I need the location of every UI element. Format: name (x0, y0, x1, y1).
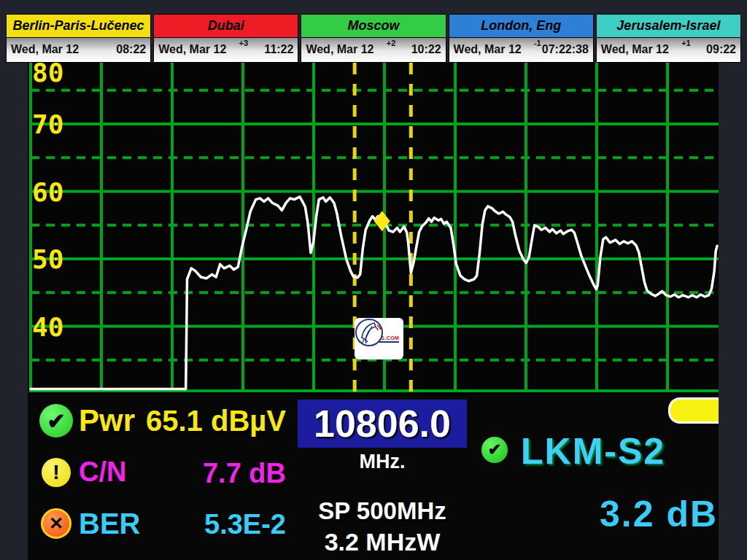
clock-datetime: Wed, Mar 12 +1 09:22 (597, 38, 740, 62)
svg-text:40: 40 (32, 312, 63, 342)
clock-utc-offset: -1 (534, 39, 541, 47)
clock-date: Wed, Mar 12 (11, 43, 79, 56)
clock-panel-dubai: Dubai Wed, Mar 12 +3 11:22 (153, 14, 298, 63)
yellow-pill-button[interactable] (668, 397, 719, 424)
ber-fail-circle-icon: ✕ (41, 508, 71, 539)
clock-panel-moscow: Moscow Wed, Mar 12 +2 10:22 (301, 14, 446, 63)
readout-panel: ✔ Pwr 65.1 dBµV ! C/N 7.7 dB ✕ BER 5.3E-… (28, 395, 719, 560)
clock-time: 11:22 (264, 43, 293, 56)
svg-text:80: 80 (32, 63, 63, 88)
standard-readout: LKM-S2 (521, 430, 665, 472)
clock-city: Moscow (301, 15, 445, 38)
clock-datetime: Wed, Mar 12 -1 07:22:38 (449, 38, 593, 62)
clock-time: 07:22:38 (542, 43, 589, 56)
cn-value: 7.7 dB (137, 458, 286, 489)
satellite-meter-screen: { "clocks": [ {"city": "Berlin-Paris-Luč… (0, 0, 747, 560)
cn-warning-circle-icon: ! (42, 458, 71, 487)
clock-datetime: Wed, Mar 12 +3 11:22 (154, 38, 298, 62)
clock-city: Berlin-Paris-Lučenec (7, 15, 150, 38)
clock-panel-jerusalem: Jerusalem-Israel Wed, Mar 12 +1 09:22 (596, 14, 741, 63)
check-glyph: ✔ (488, 440, 501, 459)
world-clock-bar: Berlin-Paris-Lučenec Wed, Mar 12 08:22 D… (6, 14, 741, 63)
svg-text:70: 70 (32, 109, 63, 139)
svg-text:50: 50 (32, 244, 63, 274)
clock-date: Wed, Mar 12 (601, 43, 669, 56)
clock-time: 10:22 (411, 43, 441, 56)
svg-text:60: 60 (32, 177, 63, 207)
bandwidth-readout: 3.2 MHzW (283, 528, 481, 556)
pwr-value: 65.1 dBµV (137, 405, 286, 438)
check-glyph: ✔ (47, 408, 65, 434)
standard-check-circle-icon: ✔ (481, 437, 508, 463)
pwr-label: Pwr (79, 403, 135, 438)
cn-label: C/N (79, 456, 126, 488)
spectrum-plot: 8070605040 DXSATCS.COM (28, 63, 719, 395)
pwr-check-circle-icon: ✔ (39, 404, 73, 438)
exclamation-glyph: ! (53, 461, 59, 484)
clock-datetime: Wed, Mar 12 +2 10:22 (301, 38, 445, 62)
clock-city: Jerusalem-Israel (597, 15, 740, 38)
clock-time: 09:22 (706, 43, 736, 56)
span-readout: SP 500MHz (283, 497, 481, 525)
snr-readout: 3.2 dB (600, 493, 719, 535)
clock-utc-offset: +1 (681, 39, 691, 47)
clock-date: Wed, Mar 12 (158, 43, 226, 56)
satellite-dish-icon (355, 318, 384, 347)
clock-date: Wed, Mar 12 (454, 43, 522, 56)
clock-utc-offset: +3 (239, 39, 249, 47)
clock-datetime: Wed, Mar 12 08:22 (7, 38, 150, 62)
clock-date: Wed, Mar 12 (306, 43, 374, 56)
clock-city: Dubai (154, 15, 298, 38)
clock-time: 08:22 (116, 43, 146, 56)
dxsatcs-logo: DXSATCS.COM (355, 318, 403, 359)
ber-label: BER (79, 508, 140, 540)
clock-panel-berlin: Berlin-Paris-Lučenec Wed, Mar 12 08:22 (6, 14, 151, 63)
frequency-unit: MHz. (298, 451, 467, 473)
ber-value: 5.3E-2 (137, 509, 286, 540)
clock-utc-offset: +2 (387, 39, 396, 47)
cross-glyph: ✕ (49, 513, 63, 534)
frequency-display: 10806.0 (298, 400, 467, 448)
clock-city: London, Eng (449, 15, 593, 38)
clock-panel-london: London, Eng Wed, Mar 12 -1 07:22:38 (449, 14, 594, 63)
